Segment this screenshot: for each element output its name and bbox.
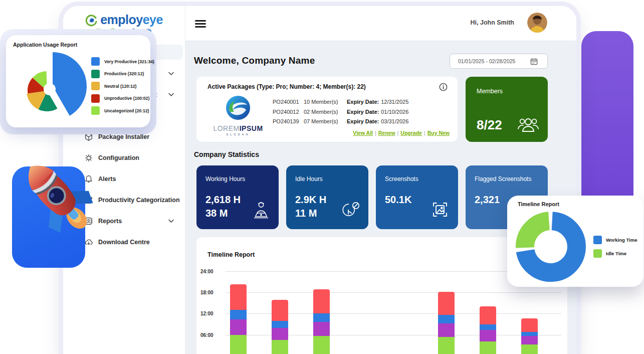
topbar: Hi, John Smith [185,6,576,41]
legend-label: Idle Time [606,251,626,256]
bar-segment-red [313,289,330,313]
package-links: View All|Renew|Upgrade|Buy New [353,130,450,136]
bar-segment-red [438,292,455,315]
package-id: PO240012 [273,109,304,115]
members-value: 8/22 [477,117,502,133]
bar-segment-green [230,335,247,354]
bar-segment-purple [480,330,496,341]
buy-new-link[interactable]: Buy New [427,130,450,136]
vendor-word2: IPSUM [240,124,263,132]
rocket-illustration [0,135,115,281]
stat-card-screenshots: Screenshots 50.1K [376,165,458,229]
bar-segment-green [480,341,496,354]
bar-segment-green [272,340,288,354]
user-greeting: Hi, John Smith [471,19,515,26]
application-usage-report-card: Application Usage Report Very Productive… [6,35,150,127]
expiry-label: Expiry Date: [347,118,379,124]
chevron-down-icon [168,93,174,97]
renew-link[interactable]: Renew [378,130,395,136]
package-members: 02 Member(s) [304,109,347,115]
legend-item: Unproductive (100:02) [91,94,154,103]
bar-segment-purple [521,336,538,344]
bar-segment-purple [272,328,288,340]
usage-legend: Very Productive (321:34)Productive (320:… [91,57,154,119]
company-statistics-title: Company Statistics [194,150,259,158]
package-id: PO240001 [273,99,304,105]
vendor-logo-mark [225,95,251,121]
stat-card-idle-hours: Idle Hours 2.9K H11 M [286,165,368,229]
members-group-icon [517,115,540,134]
brand-name: employeye [100,13,163,27]
bar-segment-purple [230,319,247,335]
y-axis-tick: 18:00 [200,289,223,295]
bar-segment-blue [230,310,247,319]
stat-value: 2,321 [475,193,500,207]
screenshot-stage: employeye Your Eye on Growth entPackage … [0,0,644,354]
legend-swatch [91,106,100,115]
bar-segment-red [230,284,247,310]
calendar-icon [530,58,538,65]
timeline-donut-chart [512,207,602,287]
members-label: Members [477,88,503,95]
bar-segment-red [521,318,538,332]
vendor-slogan: SLOGAN [210,133,266,136]
legend-label: Unproductive (100:02) [104,96,149,101]
stat-label: Working Hours [205,175,245,183]
stat-label: Idle Hours [295,175,323,183]
active-packages-card: Active Packages (Type: Pro; Number: 4; M… [196,77,458,142]
application-usage-report-title: Application Usage Report [13,42,77,48]
bar-segment-green [313,336,330,354]
legend-swatch [593,249,602,258]
link-separator: | [375,130,376,136]
members-card: Members 8/22 [466,77,548,142]
timeline-overlay-legend: Working TimeIdle Time [593,236,637,263]
person-laptop-icon [251,200,272,222]
legend-label: Productive (320:12) [104,71,144,76]
expiry-label: Expiry Date: [347,99,379,105]
pie-slice-very-productive [53,52,87,116]
application-usage-pie-chart [10,52,95,127]
view-all-link[interactable]: View All [353,130,373,136]
legend-item: Working Time [593,236,637,244]
legend-label: Uncategorized (20:12) [104,108,149,113]
bar-segment-blue [480,324,496,330]
hamburger-menu-icon[interactable] [195,20,206,28]
stat-value: 50.1K [385,193,411,207]
date-range-picker[interactable] [450,54,548,69]
stat-label: Flagged Screenshots [475,175,531,183]
bar-segment-red [272,300,288,321]
stat-label: Screenshots [385,175,418,183]
legend-item: Productive (320:12) [91,70,154,78]
upgrade-link[interactable]: Upgrade [400,130,422,136]
bar-segment-blue [438,315,455,323]
rocket-icon [4,135,109,251]
bar-segment-blue [313,313,330,322]
legend-swatch [91,82,100,90]
package-id: PO240139 [273,118,304,124]
package-members: 07 Member(s) [304,118,347,124]
vendor-word1: LOREM [213,124,239,132]
date-range-input[interactable] [450,58,529,64]
package-rows: PO240001 10 Member(s) Expiry Date: 12/31… [273,99,408,128]
package-row: PO240139 07 Member(s) Expiry Date: 03/31… [273,118,408,124]
chevron-down-icon [168,72,174,76]
legend-swatch [91,94,100,103]
legend-item: Idle Time [593,249,637,258]
package-vendor-logo: LOREMIPSUM SLOGAN [210,95,266,136]
employeye-eye-icon [85,14,98,27]
idle-clock-icon [339,200,361,222]
info-icon[interactable] [439,83,448,91]
stat-card-working-hours: Working Hours 2,618 H38 M [196,165,279,229]
bar-segment-blue [272,321,288,327]
bar-segment-red [480,306,496,324]
user-avatar[interactable] [527,13,547,33]
y-axis-tick: 12:00 [200,311,223,316]
legend-item: Very Productive (321:34) [91,57,154,66]
donut-segment-idle-time [525,221,549,248]
bar-segment-purple [438,323,455,337]
package-row: PO240001 10 Member(s) Expiry Date: 12/31… [273,99,408,105]
expiry-label: Expiry Date: [347,109,379,115]
link-separator: | [397,130,399,136]
active-packages-title: Active Packages (Type: Pro; Number: 4; M… [207,83,366,90]
screenshot-icon [429,199,451,222]
